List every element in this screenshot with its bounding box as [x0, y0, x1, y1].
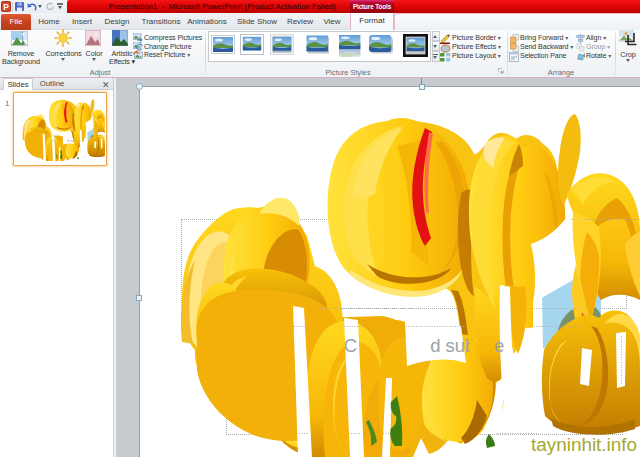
svg-text:P: P [3, 2, 9, 12]
